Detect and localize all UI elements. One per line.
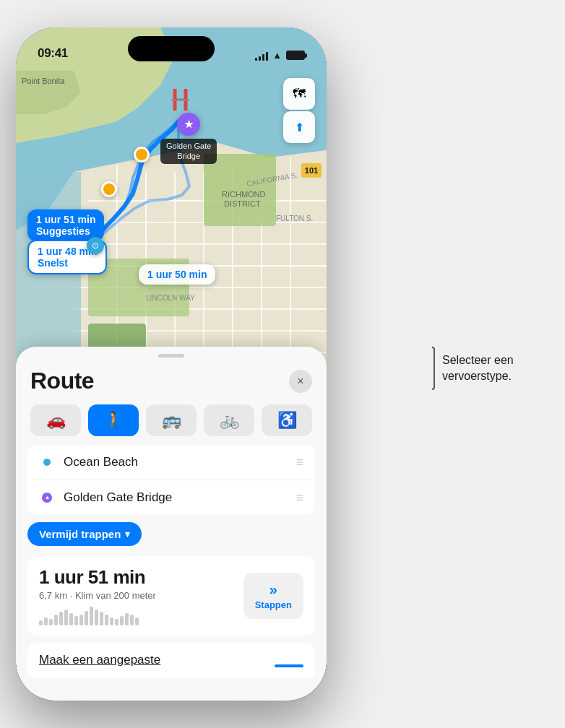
origin-drag-handle-icon[interactable]: ≡ — [296, 455, 303, 470]
sheet-header: Route × — [16, 358, 327, 402]
transport-wheelchair-button[interactable]: ♿ — [262, 404, 312, 436]
transport-row: 🚗 🚶 🚌 🚲 ♿ — [16, 402, 327, 445]
route-time: 1 uur 51 min — [39, 566, 235, 589]
destination-drag-handle-icon[interactable]: ≡ — [296, 490, 303, 506]
elevation-bar — [79, 615, 83, 625]
status-time: 09:41 — [38, 46, 68, 61]
route-bubble-third[interactable]: 1 uur 50 min — [139, 264, 215, 285]
route-details: 6,7 km · Klim van 200 meter — [39, 590, 235, 601]
transport-car-button[interactable]: 🚗 — [30, 404, 81, 436]
svg-text:FULTON S.: FULTON S. — [276, 214, 313, 222]
elevation-bar — [49, 619, 53, 625]
annotation-text: Selecteer een vervoerstype. — [442, 352, 543, 385]
map-location-button[interactable]: ⬆ — [283, 111, 315, 143]
transport-bike-button[interactable]: 🚲 — [204, 404, 254, 436]
annotation-bracket — [432, 347, 435, 390]
map-controls: 🗺 ⬆ — [283, 78, 315, 143]
customize-bar[interactable]: Maak een aangepaste — [27, 643, 315, 677]
elevation-bar — [110, 618, 113, 625]
map-layers-icon: 🗺 — [293, 87, 306, 102]
transit-icon: 🚌 — [162, 411, 181, 430]
phone-screen: 09:41 ▲ — [16, 27, 327, 701]
wheelchair-icon: ♿ — [277, 411, 297, 430]
waypoint-marker-1 — [101, 181, 117, 197]
phone-frame: 09:41 ▲ — [16, 27, 327, 701]
golden-gate-label: Golden GateBridge — [160, 139, 217, 164]
customize-text: Maak een aangepaste — [39, 653, 160, 667]
elevation-bar — [64, 610, 68, 625]
elevation-bar — [54, 615, 58, 625]
origin-pin: ⊙ — [87, 237, 104, 254]
elevation-bar — [130, 615, 134, 625]
destination-waypoint-row[interactable]: ★ Golden Gate Bridge ≡ — [27, 480, 315, 515]
status-icons: ▲ — [255, 50, 305, 61]
origin-waypoint-icon — [39, 454, 55, 470]
signal-bar-4 — [266, 52, 268, 61]
bike-icon: 🚲 — [220, 411, 239, 430]
bottom-sheet: Route × 🚗 🚶 🚌 🚲 — [16, 347, 327, 701]
point-bonita-label: Point Bonita — [22, 77, 64, 85]
elevation-bar — [135, 618, 139, 625]
origin-label: Ocean Beach — [64, 455, 287, 469]
elevation-bar — [105, 615, 108, 625]
avoid-label: Vermijd trappen — [39, 528, 121, 540]
svg-text:DISTRICT: DISTRICT — [224, 199, 261, 208]
elevation-bar — [69, 613, 73, 625]
annotation: Selecteer een vervoerstype. — [432, 347, 543, 390]
destination-pin-icon: ★ — [177, 113, 200, 136]
elevation-bar — [39, 620, 43, 625]
elevation-bar — [74, 616, 78, 625]
map-layers-button[interactable]: 🗺 — [283, 78, 315, 110]
golden-gate-pin: ★ Golden GateBridge — [160, 113, 217, 164]
origin-pin-icon: ⊙ — [87, 237, 104, 254]
waypoint-marker-2 — [134, 147, 150, 162]
svg-text:LINCOLN WAY: LINCOLN WAY — [146, 294, 195, 302]
battery-icon — [286, 51, 305, 60]
elevation-bar — [95, 610, 98, 625]
waypoints-section: Ocean Beach ≡ ★ Golden Gate Bridge ≡ — [27, 445, 315, 515]
dynamic-island — [128, 36, 215, 61]
transport-transit-button[interactable]: 🚌 — [146, 404, 197, 436]
elevation-bar — [59, 612, 63, 625]
customize-indicator — [275, 664, 303, 667]
origin-waypoint-row[interactable]: Ocean Beach ≡ — [27, 445, 315, 480]
walk-icon: 🚶 — [104, 411, 124, 430]
wifi-icon: ▲ — [272, 50, 282, 61]
svg-text:101: 101 — [305, 166, 318, 175]
stappen-button[interactable]: » Stappen — [243, 573, 303, 619]
transport-walk-button[interactable]: 🚶 — [88, 404, 139, 436]
elevation-chart — [39, 605, 235, 625]
signal-bar-1 — [255, 58, 257, 61]
stappen-label: Stappen — [255, 599, 292, 610]
stappen-arrows-icon: » — [269, 581, 277, 598]
elevation-bar — [100, 612, 103, 625]
elevation-bar — [85, 611, 88, 625]
elevation-bar — [120, 616, 124, 625]
car-icon: 🚗 — [46, 411, 66, 430]
destination-label: Golden Gate Bridge — [64, 490, 287, 505]
origin-dot-icon — [43, 459, 51, 466]
elevation-bar — [90, 607, 93, 625]
route-summary-card: 1 uur 51 min 6,7 km · Klim van 200 meter… — [27, 556, 315, 636]
signal-bar-3 — [262, 54, 264, 61]
svg-text:RICHMOND: RICHMOND — [222, 190, 266, 199]
map-location-icon: ⬆ — [295, 121, 304, 134]
avoid-stairs-button[interactable]: Vermijd trappen ▾ — [27, 522, 142, 546]
destination-dot-icon: ★ — [42, 493, 52, 503]
destination-waypoint-icon: ★ — [39, 490, 55, 506]
avoid-chevron-icon: ▾ — [125, 529, 130, 540]
route-info: 1 uur 51 min 6,7 km · Klim van 200 meter — [39, 566, 235, 625]
signal-bar-2 — [259, 56, 261, 61]
sheet-title: Route — [30, 368, 94, 394]
signal-bars-icon — [255, 51, 268, 61]
elevation-bar — [115, 619, 118, 625]
close-button[interactable]: × — [289, 370, 312, 393]
elevation-bar — [125, 613, 129, 625]
elevation-bar — [44, 618, 48, 625]
